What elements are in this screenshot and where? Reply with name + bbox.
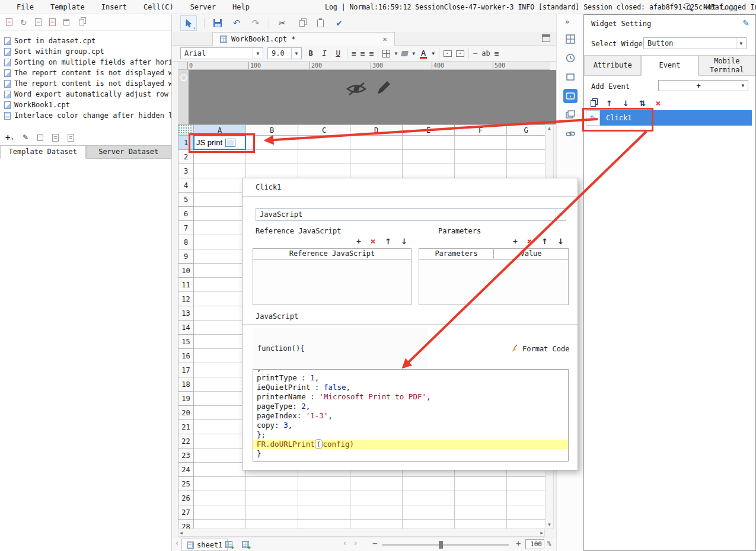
- cell-A13[interactable]: [194, 306, 246, 321]
- tab-mobile-terminal[interactable]: Mobile Terminal: [698, 55, 755, 76]
- row-header-11[interactable]: 11: [178, 278, 194, 292]
- row-header-18[interactable]: 18: [178, 377, 194, 392]
- row-header-3[interactable]: 3: [178, 164, 194, 178]
- open-template-icon[interactable]: [35, 18, 42, 26]
- font-family-select[interactable]: Arial▼: [180, 47, 263, 59]
- widget-select[interactable]: Button▼: [643, 37, 747, 49]
- tab-attribute[interactable]: Attribute: [584, 55, 641, 76]
- cell-A1[interactable]: JS print: [194, 136, 246, 150]
- cell-F1[interactable]: [455, 136, 507, 150]
- row-header-21[interactable]: 21: [178, 420, 194, 434]
- bold-button[interactable]: B: [306, 49, 315, 57]
- cell-G2[interactable]: [507, 150, 546, 164]
- hyperlink-panel-icon[interactable]: [563, 127, 578, 141]
- cell-G26[interactable]: [507, 491, 546, 505]
- cell-A6[interactable]: [194, 207, 246, 221]
- cell-C28[interactable]: [298, 520, 350, 529]
- cell-A7[interactable]: [194, 221, 246, 235]
- cell-C25[interactable]: [298, 477, 350, 491]
- cell-C2[interactable]: [298, 150, 350, 164]
- row-header-19[interactable]: 19: [178, 392, 194, 406]
- format-painter-icon[interactable]: ✔: [333, 17, 345, 29]
- delete-event-icon[interactable]: ×: [656, 98, 661, 108]
- float-element-panel-icon[interactable]: [563, 70, 578, 84]
- edit-dataset-icon[interactable]: ✎: [23, 133, 28, 142]
- zoom-level-input[interactable]: 100: [525, 539, 544, 549]
- cell-C1[interactable]: [298, 136, 350, 150]
- justify-icon[interactable]: ≡: [495, 49, 499, 58]
- cell-A5[interactable]: [194, 193, 246, 207]
- font-color-icon[interactable]: A: [419, 49, 428, 57]
- add-parameter-icon[interactable]: +: [513, 237, 518, 246]
- menu-help[interactable]: Help: [224, 0, 258, 14]
- sheet-scroll-left-icon[interactable]: ‹: [343, 539, 347, 547]
- paste-icon[interactable]: [314, 17, 326, 29]
- tab-server-dataset[interactable]: Server Dataset: [86, 145, 172, 159]
- column-header-E[interactable]: E: [403, 125, 455, 136]
- dataset-switch-icon[interactable]: [68, 134, 74, 142]
- cell-F3[interactable]: [455, 164, 507, 178]
- add-chart-sheet-icon[interactable]: [242, 541, 249, 548]
- row-header-13[interactable]: 13: [178, 306, 194, 321]
- condition-attributes-panel-icon[interactable]: [563, 108, 578, 122]
- parameters-table[interactable]: Parameters Value: [419, 248, 569, 305]
- cell-G3[interactable]: [507, 164, 546, 178]
- row-header-23[interactable]: 23: [178, 449, 194, 463]
- cell-A24[interactable]: [194, 463, 246, 477]
- cell-E3[interactable]: [403, 164, 455, 178]
- cell-A22[interactable]: [194, 434, 246, 449]
- add-event-button[interactable]: + ▼: [658, 80, 748, 91]
- wrap-text-button[interactable]: ab: [481, 49, 490, 57]
- format-code-button[interactable]: Format Code: [511, 344, 569, 353]
- row-header-26[interactable]: 26: [178, 491, 194, 505]
- refresh-icon[interactable]: ↻: [20, 18, 27, 27]
- cell-E1[interactable]: [403, 136, 455, 150]
- cell-G1[interactable]: [507, 136, 546, 150]
- cell-C27[interactable]: [298, 505, 350, 520]
- menu-template[interactable]: Template: [42, 0, 93, 14]
- move-up-icon[interactable]: ↑: [606, 99, 613, 108]
- align-center-icon[interactable]: ≡: [361, 49, 365, 58]
- cell-A4[interactable]: [194, 178, 246, 193]
- cell-A3[interactable]: [194, 164, 246, 178]
- redo-icon[interactable]: ↷: [250, 17, 261, 29]
- cell-attribute-panel-icon[interactable]: [563, 51, 578, 65]
- merge-cells-icon[interactable]: ▸: [444, 50, 452, 57]
- cell-A28[interactable]: [194, 520, 246, 529]
- row-header-16[interactable]: 16: [178, 349, 194, 363]
- cell-F28[interactable]: [455, 520, 507, 529]
- cell-A25[interactable]: [194, 477, 246, 491]
- move-down-icon[interactable]: ↓: [623, 99, 629, 108]
- reference-up-icon[interactable]: ↑: [385, 237, 391, 246]
- cell-A12[interactable]: [194, 292, 246, 306]
- new-template-icon[interactable]: [6, 18, 12, 26]
- reference-down-icon[interactable]: ↓: [401, 237, 407, 246]
- edit-event-icon[interactable]: ✎: [586, 110, 600, 126]
- login-status[interactable]: Not Logged In: [703, 0, 756, 14]
- search-icon[interactable]: [684, 3, 691, 10]
- file-item-sort-in-dataset-cpt[interactable]: Sort in dataset.cpt: [4, 36, 171, 46]
- cell-A26[interactable]: [194, 491, 246, 505]
- tab-event[interactable]: Event: [641, 55, 698, 76]
- remove-parameter-icon[interactable]: ×: [527, 236, 532, 246]
- cell-a1-selection[interactable]: JS print: [194, 136, 245, 149]
- row-height-icon[interactable]: —: [473, 49, 477, 57]
- cell-C26[interactable]: [298, 491, 350, 505]
- cell-F27[interactable]: [455, 505, 507, 520]
- javascript-code-editor[interactable]: ,printType : 1,ieQuietPrint : false,prin…: [253, 369, 569, 462]
- cell-A10[interactable]: [194, 264, 246, 278]
- copy-event-icon[interactable]: [591, 100, 596, 107]
- menu-server[interactable]: Server: [182, 0, 224, 14]
- event-type-select[interactable]: JavaScript▼: [256, 208, 566, 221]
- cell-A27[interactable]: [194, 505, 246, 520]
- cell-F2[interactable]: [455, 150, 507, 164]
- cell-D27[interactable]: [350, 505, 403, 520]
- column-header-D[interactable]: D: [350, 125, 403, 136]
- cell-E2[interactable]: [403, 150, 455, 164]
- cell-D2[interactable]: [350, 150, 403, 164]
- row-header-22[interactable]: 22: [178, 434, 194, 449]
- sort-events-icon[interactable]: ⇅: [639, 99, 646, 108]
- grid-corner[interactable]: [178, 125, 194, 136]
- add-reference-icon[interactable]: +: [356, 237, 361, 246]
- cell-A20[interactable]: [194, 406, 246, 420]
